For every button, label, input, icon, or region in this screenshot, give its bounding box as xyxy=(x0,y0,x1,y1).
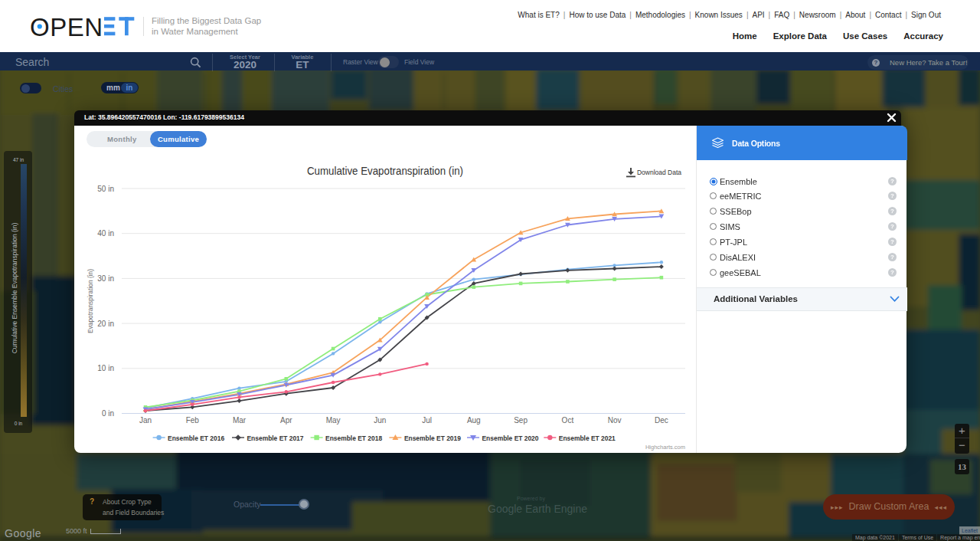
svg-text:Feb: Feb xyxy=(186,416,200,425)
svg-text:Ensemble ET 2017: Ensemble ET 2017 xyxy=(247,434,304,442)
svg-text:40 in: 40 in xyxy=(97,229,114,238)
svg-text:May: May xyxy=(326,416,341,425)
svg-text:Ensemble ET 2021: Ensemble ET 2021 xyxy=(559,434,616,442)
svg-text:Ensemble ET 2018: Ensemble ET 2018 xyxy=(325,434,382,442)
svg-text:0 in: 0 in xyxy=(102,409,114,418)
svg-text:Cumulative Evapotranspiration: Cumulative Evapotranspiration (in) xyxy=(307,164,463,177)
svg-text:Jan: Jan xyxy=(139,416,152,425)
svg-text:Aug: Aug xyxy=(467,416,481,425)
svg-text:50 in: 50 in xyxy=(97,185,114,193)
svg-text:Sep: Sep xyxy=(514,416,528,425)
svg-text:Highcharts.com: Highcharts.com xyxy=(645,444,685,451)
svg-text:Dec: Dec xyxy=(655,416,668,425)
svg-text:Ensemble ET 2016: Ensemble ET 2016 xyxy=(168,434,224,442)
svg-text:Apr: Apr xyxy=(280,416,292,425)
svg-text:20 in: 20 in xyxy=(97,320,114,328)
svg-text:Evapotranspiration (in): Evapotranspiration (in) xyxy=(86,269,94,333)
svg-text:Jun: Jun xyxy=(374,416,386,425)
svg-text:Mar: Mar xyxy=(233,416,247,425)
svg-text:10 in: 10 in xyxy=(97,364,114,372)
svg-text:Oct: Oct xyxy=(562,416,574,425)
svg-text:30 in: 30 in xyxy=(97,274,114,283)
svg-text:Jul: Jul xyxy=(422,416,432,425)
svg-text:Download Data: Download Data xyxy=(637,168,682,176)
svg-text:Ensemble ET 2019: Ensemble ET 2019 xyxy=(404,434,461,442)
svg-text:Nov: Nov xyxy=(608,416,622,425)
svg-text:Ensemble ET 2020: Ensemble ET 2020 xyxy=(482,434,539,442)
